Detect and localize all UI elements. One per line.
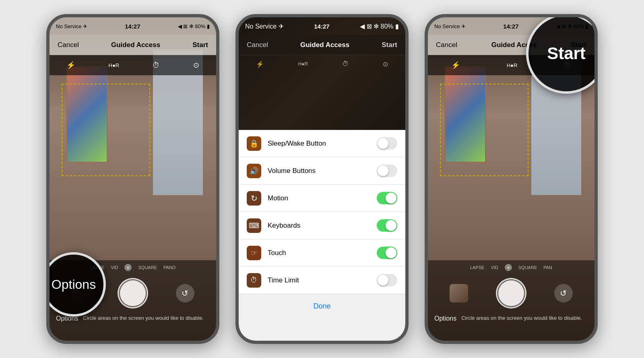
mode-x-1[interactable]: ✕ <box>124 264 132 271</box>
sleep-wake-icon: 🔒 <box>247 136 261 151</box>
motion-toggle[interactable] <box>377 192 397 204</box>
camera-background-2: No Service ✈ 14:27 ◀ ⊠ ✻ 80% ▮ Cancel Gu… <box>239 17 405 138</box>
motion-icon: ↻ <box>247 191 261 206</box>
timer-icon-1[interactable]: ⏱ <box>153 61 160 70</box>
option-time-limit: ⏱ Time Limit <box>239 267 405 294</box>
thumbnail-3[interactable] <box>450 284 468 302</box>
hdr-icon-3[interactable]: H●R <box>507 62 518 68</box>
done-row: Done <box>239 294 405 318</box>
volume-label: Volume Buttons <box>268 167 370 175</box>
status-time-2: 14:27 <box>314 23 329 30</box>
nav-bar-1: Cancel Guided Access Start <box>50 35 216 55</box>
mode-pan-3[interactable]: PAN <box>543 265 552 270</box>
option-touch: ☞ Touch <box>239 239 405 267</box>
status-time-1: 14:27 <box>125 23 140 30</box>
motion-knob <box>386 193 396 204</box>
keyboards-label: Keyboards <box>268 222 370 230</box>
camera-flip-btn-1[interactable]: ↺ <box>176 284 194 302</box>
mode-vid-1[interactable]: VID <box>111 265 118 270</box>
hdr-icon-1[interactable]: H●R <box>109 62 120 68</box>
motion-label: Motion <box>268 194 370 202</box>
options-sheet: 🔒 Sleep/Wake Button 🔊 Volume Buttons ↻ M… <box>239 130 405 341</box>
sleep-wake-knob <box>378 138 388 149</box>
start-button-1[interactable]: Start <box>192 41 208 49</box>
nav-title-1: Guided Access <box>111 41 160 49</box>
time-limit-knob <box>378 275 388 286</box>
keyboards-toggle[interactable] <box>377 219 397 232</box>
selection-box-3 <box>440 84 528 176</box>
keyboards-knob <box>386 220 396 231</box>
touch-knob <box>386 247 396 258</box>
status-right-2: ◀ ⊠ ✻ 80% ▮ <box>360 23 399 30</box>
mode-vid-3[interactable]: VID <box>491 265 498 270</box>
sleep-wake-label: Sleep/Wake Button <box>268 140 370 148</box>
status-left-1: No Service ✈ <box>56 23 87 29</box>
mode-bar-3: LAPSE VID ✕ SQUARE PAN <box>428 260 594 275</box>
camera-toolbar-1: ⚡ H●R ⏱ ⊙ <box>50 55 216 75</box>
time-limit-icon: ⏱ <box>247 273 261 288</box>
nav-bar-2: Cancel Guided Access Start <box>239 35 405 55</box>
phone-1: No Service ✈ 14:27 ◀ ⊠ ✻ 80% ▮ Cancel Gu… <box>46 14 219 344</box>
instructions-3: Circle areas on the screen you would lik… <box>461 315 582 322</box>
volume-icon: 🔊 <box>247 164 261 178</box>
cancel-button-2[interactable]: Cancel <box>247 41 268 49</box>
touch-icon: ☞ <box>247 246 261 260</box>
start-button-2[interactable]: Start <box>382 41 397 49</box>
mode-x-3[interactable]: ✕ <box>505 264 512 271</box>
mode-pano-1[interactable]: PANO <box>163 265 175 270</box>
option-volume: 🔊 Volume Buttons <box>239 157 405 185</box>
touch-toggle[interactable] <box>377 247 397 259</box>
time-limit-label: Time Limit <box>268 276 370 284</box>
mode-square-3[interactable]: SQUARE <box>518 265 537 270</box>
shutter-button-3[interactable] <box>496 278 526 309</box>
done-button[interactable]: Done <box>313 302 330 311</box>
instructions-1: Circle areas on the screen you would lik… <box>83 315 204 322</box>
option-keyboards: ⌨ Keyboards <box>239 212 405 239</box>
flash-icon-1[interactable]: ⚡ <box>66 61 75 70</box>
option-motion: ↻ Motion <box>239 185 405 212</box>
touch-label: Touch <box>268 249 370 257</box>
volume-toggle[interactable] <box>377 165 397 177</box>
mode-lapse-3[interactable]: LAPSE <box>470 265 484 270</box>
option-sleep-wake: 🔒 Sleep/Wake Button <box>239 130 405 157</box>
status-left-3: No Service ✈ <box>434 23 466 29</box>
camera-toolbar-2: ⚡ H●R ⏱ ⊙ <box>239 55 405 73</box>
status-time-3: 14:27 <box>503 23 518 30</box>
status-bar-1: No Service ✈ 14:27 ◀ ⊠ ✻ 80% ▮ <box>50 17 216 35</box>
phone-2: No Service ✈ 14:27 ◀ ⊠ ✻ 80% ▮ Cancel Gu… <box>235 14 409 344</box>
camera-icon-2[interactable]: ⊙ <box>383 60 388 68</box>
phone-3: No Service ✈ 14:27 ◀ ⊠ ✻ 80% ▮ Cancel Gu… <box>425 14 598 344</box>
time-limit-toggle[interactable] <box>377 274 397 286</box>
camera-bottom-3: LAPSE VID ✕ SQUARE PAN ↺ Options Circle … <box>428 260 594 341</box>
timer-icon-2[interactable]: ⏱ <box>342 60 349 68</box>
camera-flip-btn-3[interactable]: ↺ <box>554 284 573 302</box>
shutter-inner-3 <box>498 280 524 306</box>
flash-icon-3[interactable]: ⚡ <box>451 61 460 70</box>
bottom-text-row-3: Options Circle areas on the screen you w… <box>428 312 594 325</box>
callout-options-label: Options <box>52 277 96 292</box>
hdr-icon-2[interactable]: H●R <box>298 61 308 67</box>
status-right-1: ◀ ⊠ ✻ 80% ▮ <box>178 23 210 29</box>
options-label-3[interactable]: Options <box>434 315 456 322</box>
shutter-row-3: ↺ <box>428 275 594 312</box>
camera-flip-icon-1[interactable]: ⊙ <box>193 61 199 70</box>
flash-icon-2[interactable]: ⚡ <box>256 60 264 68</box>
keyboard-icon: ⌨ <box>247 218 261 233</box>
selection-box-1 <box>62 84 150 176</box>
nav-title-2: Guided Access <box>300 41 349 49</box>
options-list: 🔒 Sleep/Wake Button 🔊 Volume Buttons ↻ M… <box>239 130 405 294</box>
volume-knob <box>378 165 388 176</box>
callout-start-label: Start <box>547 44 586 63</box>
shutter-inner-1 <box>120 280 146 306</box>
status-left-2: No Service ✈ <box>245 23 284 30</box>
shutter-button-1[interactable] <box>118 278 148 309</box>
sleep-wake-toggle[interactable] <box>377 137 397 150</box>
mode-square-1[interactable]: SQUARE <box>138 265 157 270</box>
cancel-button-3[interactable]: Cancel <box>436 41 457 49</box>
cancel-button-1[interactable]: Cancel <box>58 41 79 49</box>
status-bar-2: No Service ✈ 14:27 ◀ ⊠ ✻ 80% ▮ <box>239 17 405 35</box>
